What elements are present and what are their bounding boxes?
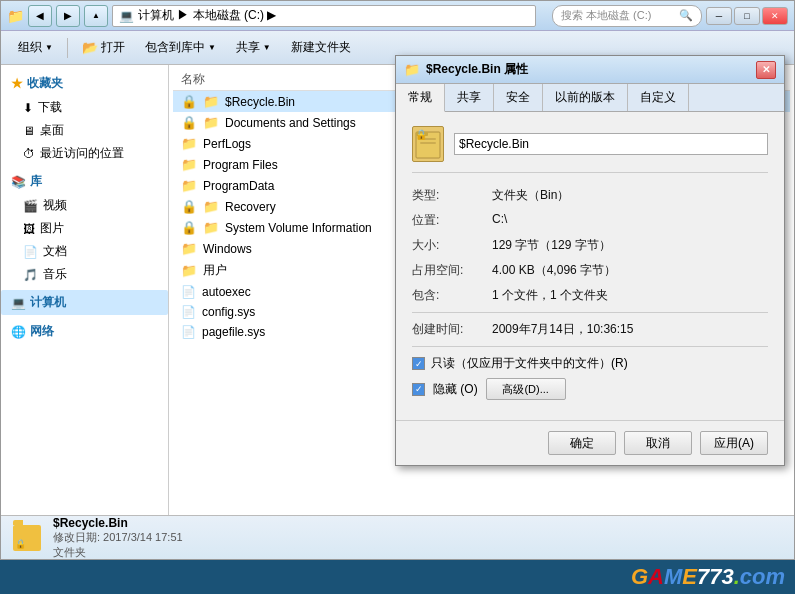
up-button[interactable]: ▲ xyxy=(84,5,108,27)
recent-icon: ⏱ xyxy=(23,147,35,161)
address-text: 计算机 ▶ 本地磁盘 (C:) ▶ xyxy=(138,7,276,24)
search-box[interactable]: 搜索 本地磁盘 (C:) 🔍 xyxy=(552,5,702,27)
picture-icon: 🖼 xyxy=(23,222,35,236)
new-folder-button[interactable]: 新建文件夹 xyxy=(282,35,360,61)
file-icon: 📄 xyxy=(181,325,196,339)
file-name: $Recycle.Bin xyxy=(225,95,295,109)
file-name: Documents and Settings xyxy=(225,116,356,130)
attr-row-hidden: 隐藏 (O) 高级(D)... xyxy=(412,378,768,400)
properties-dialog[interactable]: 📁 $Recycle.Bin 属性 ✕ 常规 共享 安全 以前的版本 自定义 xyxy=(395,55,785,466)
nav-section-computer-title[interactable]: 💻 计算机 xyxy=(1,290,168,315)
hidden-label: 隐藏 (O) xyxy=(433,381,478,398)
readonly-checkbox[interactable] xyxy=(412,357,425,370)
file-name: Windows xyxy=(203,242,252,256)
sidebar-item-music[interactable]: 🎵 音乐 xyxy=(1,263,168,286)
dialog-divider-2 xyxy=(412,346,768,347)
file-name: Recovery xyxy=(225,200,276,214)
nav-section-favorites: ★ 收藏夹 ⬇ 下载 🖥 桌面 ⏱ 最近访问的位置 xyxy=(1,71,168,165)
folder-locked-icon: 🔒 xyxy=(181,115,197,130)
prop-row: 位置:C:\ xyxy=(412,212,768,229)
advanced-button[interactable]: 高级(D)... xyxy=(486,378,566,400)
prop-value: 129 字节（129 字节） xyxy=(492,237,768,254)
prop-row: 占用空间:4.00 KB（4,096 字节） xyxy=(412,262,768,279)
new-folder-label: 新建文件夹 xyxy=(291,39,351,56)
file-name: ProgramData xyxy=(203,179,274,193)
folder-locked-icon: 🔒 xyxy=(181,199,197,214)
nav-section-network-title[interactable]: 🌐 网络 xyxy=(1,319,168,344)
created-row: 创建时间: 2009年7月14日，10:36:15 xyxy=(412,321,768,338)
file-name: PerfLogs xyxy=(203,137,251,151)
readonly-label: 只读（仅应用于文件夹中的文件）(R) xyxy=(431,355,628,372)
prop-label: 占用空间: xyxy=(412,262,492,279)
prop-label: 类型: xyxy=(412,187,492,204)
ok-button[interactable]: 确定 xyxy=(548,431,616,455)
nav-section-network: 🌐 网络 xyxy=(1,319,168,344)
status-filename: $Recycle.Bin xyxy=(53,516,183,530)
desktop-icon: 🖥 xyxy=(23,124,35,138)
organize-arrow: ▼ xyxy=(45,43,53,52)
star-icon: ★ xyxy=(11,76,23,91)
document-icon: 📄 xyxy=(23,245,38,259)
forward-button[interactable]: ▶ xyxy=(56,5,80,27)
close-button[interactable]: ✕ xyxy=(762,7,788,25)
folder-icon: 📁 xyxy=(203,115,219,130)
open-button[interactable]: 📂 打开 xyxy=(73,35,134,61)
sidebar-item-download[interactable]: ⬇ 下载 xyxy=(1,96,168,119)
folder-icon: 📁 xyxy=(203,199,219,214)
nav-section-library-title[interactable]: 📚 库 xyxy=(1,169,168,194)
tab-share[interactable]: 共享 xyxy=(445,84,494,111)
tab-general[interactable]: 常规 xyxy=(396,84,445,112)
tab-custom[interactable]: 自定义 xyxy=(628,84,689,111)
sidebar-item-document[interactable]: 📄 文档 xyxy=(1,240,168,263)
file-name: config.sys xyxy=(202,305,255,319)
open-icon: 📂 xyxy=(82,40,98,55)
hidden-checkbox[interactable] xyxy=(412,383,425,396)
sidebar-item-video[interactable]: 🎬 视频 xyxy=(1,194,168,217)
prop-label: 大小: xyxy=(412,237,492,254)
folder-icon: 📁 xyxy=(203,94,219,109)
file-icon: 📄 xyxy=(181,285,196,299)
toolbar-separator-1 xyxy=(67,38,68,58)
cancel-button[interactable]: 取消 xyxy=(624,431,692,455)
status-file-icon: 🔒 xyxy=(13,525,41,551)
dialog-close-button[interactable]: ✕ xyxy=(756,61,776,79)
include-library-label: 包含到库中 xyxy=(145,39,205,56)
prop-value: 文件夹（Bin） xyxy=(492,187,768,204)
sidebar-item-picture[interactable]: 🖼 图片 xyxy=(1,217,168,240)
minimize-button[interactable]: ─ xyxy=(706,7,732,25)
folder-locked-icon: 🔒 xyxy=(181,94,197,109)
status-text: $Recycle.Bin 修改日期: 2017/3/14 17:51 文件夹 xyxy=(53,516,183,560)
share-button[interactable]: 共享 ▼ xyxy=(227,35,280,61)
file-name: System Volume Information xyxy=(225,221,372,235)
left-nav: ★ 收藏夹 ⬇ 下载 🖥 桌面 ⏱ 最近访问的位置 xyxy=(1,65,169,515)
organize-button[interactable]: 组织 ▼ xyxy=(9,35,62,61)
folder-icon: 📁 xyxy=(181,136,197,151)
prop-label: 包含: xyxy=(412,287,492,304)
tab-security[interactable]: 安全 xyxy=(494,84,543,111)
nav-section-favorites-title[interactable]: ★ 收藏夹 xyxy=(1,71,168,96)
status-detail2: 文件夹 xyxy=(53,545,183,560)
created-label: 创建时间: xyxy=(412,321,492,338)
prop-value: 4.00 KB（4,096 字节） xyxy=(492,262,768,279)
sidebar-item-desktop[interactable]: 🖥 桌面 xyxy=(1,119,168,142)
search-placeholder: 搜索 本地磁盘 (C:) xyxy=(561,8,651,23)
include-library-button[interactable]: 包含到库中 ▼ xyxy=(136,35,225,61)
download-icon: ⬇ xyxy=(23,101,33,115)
file-icon: 📄 xyxy=(181,305,196,319)
tab-previous[interactable]: 以前的版本 xyxy=(543,84,628,111)
open-label: 打开 xyxy=(101,39,125,56)
dialog-footer: 确定 取消 应用(A) xyxy=(396,420,784,465)
sidebar-item-recent[interactable]: ⏱ 最近访问的位置 xyxy=(1,142,168,165)
folder-icon: 📁 xyxy=(181,157,197,172)
share-label: 共享 xyxy=(236,39,260,56)
address-bar[interactable]: 💻 计算机 ▶ 本地磁盘 (C:) ▶ xyxy=(112,5,536,27)
file-name-input[interactable] xyxy=(454,133,768,155)
window-controls: ─ □ ✕ xyxy=(706,7,788,25)
back-button[interactable]: ◀ xyxy=(28,5,52,27)
maximize-button[interactable]: □ xyxy=(734,7,760,25)
prop-value: 1 个文件，1 个文件夹 xyxy=(492,287,768,304)
apply-button[interactable]: 应用(A) xyxy=(700,431,768,455)
search-icon: 🔍 xyxy=(679,9,693,22)
status-detail1: 修改日期: 2017/3/14 17:51 xyxy=(53,530,183,545)
dialog-divider xyxy=(412,312,768,313)
